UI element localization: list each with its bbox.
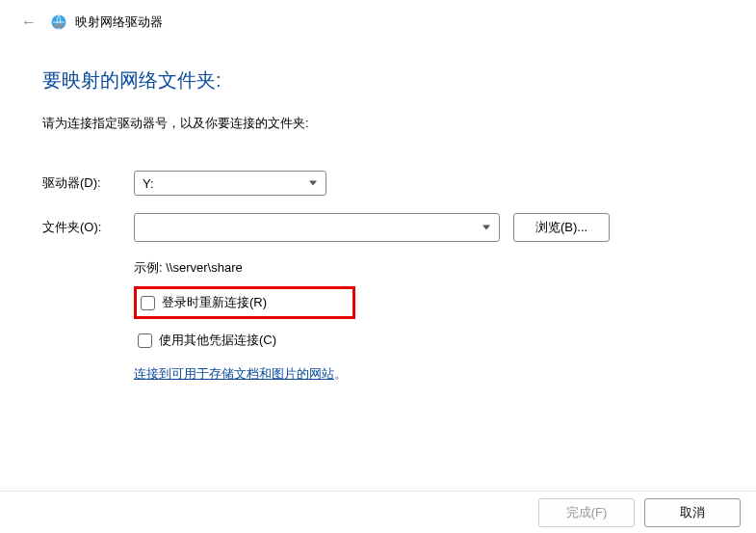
browse-button[interactable]: 浏览(B)...: [513, 213, 610, 242]
svg-point-2: [56, 25, 58, 27]
folder-combobox[interactable]: [134, 213, 500, 242]
back-icon[interactable]: ←: [21, 13, 37, 31]
svg-rect-1: [55, 24, 64, 29]
footer: 完成(F) 取消: [0, 491, 756, 533]
other-credentials-checkbox[interactable]: [138, 333, 152, 348]
window-title: 映射网络驱动器: [75, 13, 163, 31]
other-credentials-label: 使用其他凭据连接(C): [159, 332, 276, 349]
other-credentials-option[interactable]: 使用其他凭据连接(C): [134, 329, 714, 352]
website-link[interactable]: 连接到可用于存储文档和图片的网站: [134, 366, 334, 381]
folder-label: 文件夹(O):: [42, 219, 134, 236]
drive-label: 驱动器(D):: [42, 174, 134, 192]
page-heading: 要映射的网络文件夹:: [42, 67, 714, 93]
example-text: 示例: \\server\share: [134, 259, 714, 277]
link-period: 。: [334, 366, 347, 381]
network-drive-icon: [50, 13, 67, 31]
cancel-button[interactable]: 取消: [644, 498, 741, 527]
reconnect-label: 登录时重新连接(R): [162, 294, 267, 311]
instruction-text: 请为连接指定驱动器号，以及你要连接的文件夹:: [42, 115, 714, 132]
finish-button[interactable]: 完成(F): [538, 498, 635, 527]
website-link-line: 连接到可用于存储文档和图片的网站。: [134, 365, 714, 383]
reconnect-option-highlighted[interactable]: 登录时重新连接(R): [134, 286, 355, 319]
drive-select[interactable]: [134, 171, 326, 196]
reconnect-checkbox[interactable]: [141, 296, 155, 310]
